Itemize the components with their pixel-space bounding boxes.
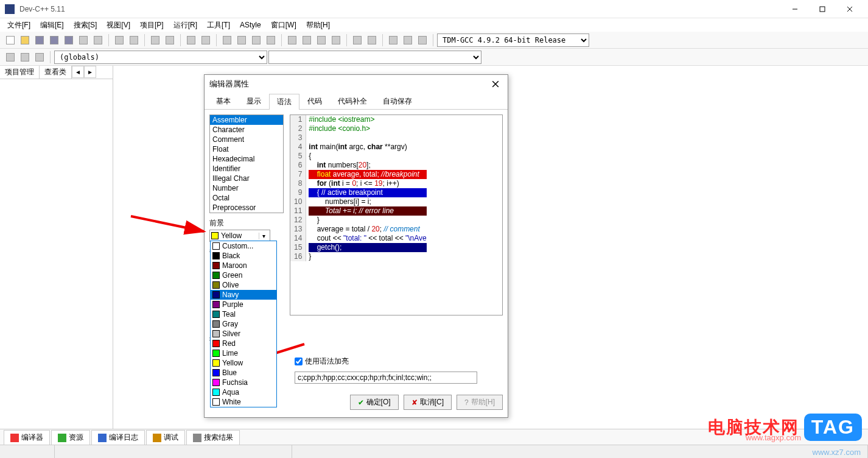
goto-button-2[interactable]	[18, 51, 32, 64]
color-option[interactable]: Silver	[211, 329, 276, 339]
dialog-close-button[interactable]	[488, 77, 503, 91]
dialog-tab-2[interactable]: 语法	[269, 94, 299, 110]
bottom-tab-2[interactable]: 编译日志	[91, 430, 145, 445]
menu-6[interactable]: 工具[T]	[202, 19, 235, 32]
save-all-button[interactable]	[47, 33, 61, 47]
color-option[interactable]: Olive	[211, 280, 276, 290]
syntax-item[interactable]: Character	[210, 125, 283, 135]
foreground-color-combo[interactable]: Yellow ▾	[209, 230, 270, 242]
menu-9[interactable]: 帮助[H]	[301, 19, 335, 32]
color-option[interactable]: Teal	[211, 309, 276, 319]
goto-button-3[interactable]	[33, 51, 46, 64]
btn-f[interactable]	[416, 33, 429, 47]
side-nav-right[interactable]: ▸	[84, 66, 96, 78]
btn-c[interactable]	[365, 33, 379, 47]
btn-a[interactable]	[329, 33, 343, 47]
code-line: #include <iostream>	[309, 115, 426, 124]
side-tab-project[interactable]: 项目管理	[0, 66, 40, 79]
menu-4[interactable]: 项目[P]	[135, 19, 169, 32]
member-select[interactable]	[268, 51, 481, 64]
ok-button[interactable]: ✔确定[O]	[350, 395, 399, 410]
cancel-button[interactable]: ✘取消[C]	[404, 395, 452, 410]
debug-button[interactable]	[285, 33, 299, 47]
syntax-item[interactable]: Float	[210, 144, 283, 154]
dialog-tab-5[interactable]: 自动保存	[375, 93, 420, 109]
color-dropdown-list[interactable]: Custom...BlackMaroonGreenOliveNavyPurple…	[210, 241, 277, 407]
color-option[interactable]: Red	[211, 339, 276, 348]
syntax-item[interactable]: Number	[210, 183, 283, 193]
replace-button[interactable]	[163, 33, 177, 47]
menu-7[interactable]: AStyle	[235, 19, 266, 30]
use-syntax-highlight-checkbox[interactable]	[295, 358, 303, 365]
color-option[interactable]: Yellow	[211, 358, 276, 368]
undo-button[interactable]	[113, 33, 126, 47]
color-option[interactable]: Navy	[211, 290, 276, 300]
close-button[interactable]	[836, 1, 863, 18]
syntax-item[interactable]: Illegal Char	[210, 174, 283, 183]
color-option[interactable]: Gray	[211, 319, 276, 329]
menu-0[interactable]: 文件[F]	[2, 19, 35, 32]
color-swatch-icon	[212, 291, 220, 298]
menu-3[interactable]: 视图[V]	[102, 19, 135, 32]
btn-b[interactable]	[351, 33, 364, 47]
goto-button-1[interactable]	[4, 51, 17, 64]
minimize-button[interactable]	[781, 1, 808, 18]
menu-2[interactable]: 搜索[S]	[69, 19, 102, 32]
compile-button[interactable]	[220, 33, 234, 47]
color-option[interactable]: Black	[211, 251, 276, 261]
save-button[interactable]	[33, 33, 46, 47]
side-nav-left[interactable]: ◂	[72, 66, 84, 78]
redo-button[interactable]	[127, 33, 141, 47]
btn-d[interactable]	[387, 33, 400, 47]
dialog-tab-1[interactable]: 显示	[239, 93, 269, 109]
syntax-item[interactable]: Assembler	[210, 115, 283, 125]
syntax-item[interactable]: Octal	[210, 193, 283, 203]
file-extensions-input[interactable]	[295, 372, 477, 384]
syntax-item[interactable]: Reserved Word	[210, 213, 283, 213]
rebuild-button[interactable]	[264, 33, 278, 47]
profile-button[interactable]	[315, 33, 328, 47]
color-option[interactable]: Blue	[211, 368, 276, 378]
bottom-tab-4[interactable]: 搜索结果	[186, 430, 240, 445]
scope-select[interactable]: (globals)	[54, 51, 267, 64]
menu-5[interactable]: 运行[R]	[169, 19, 202, 32]
dialog-tab-3[interactable]: 代码	[299, 93, 330, 109]
stop-button[interactable]	[300, 33, 313, 47]
find-button[interactable]	[149, 33, 162, 47]
bottom-tab-1[interactable]: 资源	[51, 430, 90, 445]
bottom-tab-3[interactable]: 调试	[146, 430, 185, 445]
compiler-select[interactable]: TDM-GCC 4.9.2 64-bit Release	[437, 33, 589, 47]
syntax-item[interactable]: Hexadecimal	[210, 154, 283, 164]
app-icon	[5, 4, 15, 14]
menu-1[interactable]: 编辑[E]	[35, 19, 69, 32]
open-button[interactable]	[18, 33, 32, 47]
maximize-button[interactable]	[808, 1, 836, 18]
syntax-item[interactable]: Identifier	[210, 164, 283, 174]
bottom-tab-0[interactable]: 编译器	[4, 430, 50, 445]
save-as-button[interactable]	[62, 33, 75, 47]
syntax-item[interactable]: Preprocessor	[210, 203, 283, 213]
color-option[interactable]: Custom...	[211, 241, 276, 251]
syntax-item[interactable]: Comment	[210, 135, 283, 144]
new-file-button[interactable]	[4, 33, 17, 47]
color-option[interactable]: White	[211, 397, 276, 407]
run-button[interactable]	[235, 33, 248, 47]
back-button[interactable]	[184, 33, 198, 47]
color-option[interactable]: Fuchsia	[211, 378, 276, 387]
color-option[interactable]: Green	[211, 270, 276, 280]
compile-run-button[interactable]	[250, 33, 263, 47]
color-option[interactable]: Purple	[211, 300, 276, 309]
side-tab-class[interactable]: 查看类	[40, 66, 72, 79]
dialog-tab-0[interactable]: 基本	[208, 93, 239, 109]
syntax-element-list[interactable]: AssemblerCharacterCommentFloatHexadecima…	[209, 114, 284, 213]
close-file-button[interactable]	[77, 33, 90, 47]
menu-8[interactable]: 窗口[W]	[266, 19, 301, 32]
color-option[interactable]: Lime	[211, 348, 276, 358]
btn-e[interactable]	[401, 33, 415, 47]
dialog-tab-4[interactable]: 代码补全	[330, 93, 375, 109]
print-button[interactable]	[91, 33, 105, 47]
forward-button[interactable]	[199, 33, 212, 47]
help-button[interactable]: ?帮助[H]	[457, 395, 503, 410]
color-option[interactable]: Maroon	[211, 261, 276, 270]
color-option[interactable]: Aqua	[211, 387, 276, 397]
